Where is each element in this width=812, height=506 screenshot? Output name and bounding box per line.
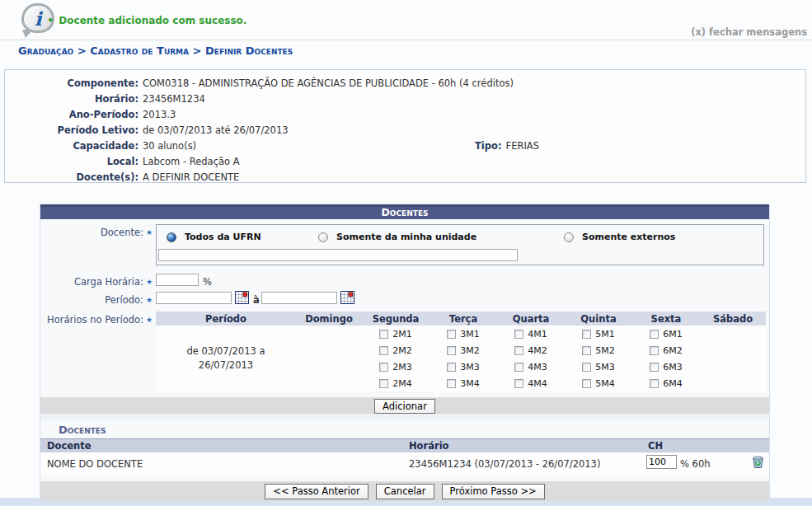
col-header-horario: Horário	[409, 440, 448, 452]
slot-cell: 6M2	[632, 342, 700, 358]
proximo-passo-button[interactable]: Próximo Passo >>	[442, 484, 545, 499]
slot-label: 4M3	[528, 362, 547, 372]
slot-checkbox[interactable]	[447, 363, 456, 372]
info-row-capacidade: Capacidade:30 aluno(s) Tipo:FERIAS	[5, 138, 805, 154]
slot-checkbox[interactable]	[650, 330, 659, 339]
slot-cell: 3M4	[429, 375, 497, 391]
radio-somente-externos[interactable]: Somente externos	[564, 232, 675, 242]
radio-button-icon[interactable]	[318, 232, 328, 242]
slot-checkbox[interactable]	[650, 379, 659, 388]
slot-checkbox[interactable]	[514, 346, 523, 355]
ch-suffix: % 60h	[680, 458, 711, 470]
periodo-to-input[interactable]	[261, 292, 337, 304]
cancelar-button[interactable]: Cancelar	[376, 484, 434, 499]
breadcrumb: Graduação > Cadastro de Turma > Definir …	[18, 45, 293, 57]
slot-checkbox[interactable]	[447, 330, 456, 339]
slot-checkbox[interactable]	[582, 363, 591, 372]
close-messages-link[interactable]: (x) fechar mensagens	[691, 26, 807, 38]
slot-cell: 5M4	[565, 375, 632, 391]
slot-cell: 6M4	[632, 375, 700, 391]
field-value: 23456M1234	[143, 93, 205, 105]
schedule-header-row: Período Domingo Segunda Terça Quarta Qui…	[156, 312, 766, 326]
carga-horaria-input[interactable]	[156, 274, 199, 286]
slot-cell: 2M3	[362, 358, 429, 375]
divider	[0, 40, 812, 40]
docentes-form: Docentes Docente:★ Todos da UFRN Somente…	[40, 204, 770, 501]
adicionar-bar: Adicionar	[40, 397, 769, 414]
docente-name: NOME DO DOCENTE	[47, 458, 143, 470]
bullet-icon: •	[47, 14, 54, 26]
slot-checkbox[interactable]	[379, 379, 388, 388]
col-header: Domingo	[296, 312, 362, 326]
required-star-icon: ★	[146, 278, 153, 286]
slot-checkbox[interactable]	[379, 346, 388, 355]
slot-label: 6M2	[663, 345, 683, 356]
slot-label: 6M4	[663, 378, 683, 389]
field-label: Período Letivo:	[5, 123, 138, 138]
slot-checkbox[interactable]	[582, 379, 591, 388]
adicionar-button[interactable]: Adicionar	[374, 399, 435, 414]
success-message-text: Docente adicionado com sucesso.	[59, 15, 246, 26]
bottom-button-bar: << Passo Anterior Cancelar Próximo Passo…	[40, 481, 769, 501]
required-star-icon: ★	[146, 316, 153, 324]
slot-cell: 2M4	[362, 375, 429, 391]
calendar-icon[interactable]	[340, 291, 354, 307]
slot-label: 3M1	[460, 329, 480, 340]
slot-label: 4M1	[528, 329, 547, 340]
field-label: Local:	[5, 154, 138, 170]
docente-fieldset: Todos da UFRN Somente da minha unidade S…	[156, 224, 764, 265]
info-row-docentes: Docente(s):A DEFINIR DOCENTE	[5, 170, 805, 185]
calendar-icon[interactable]	[235, 291, 249, 307]
col-header-ch: CH	[648, 440, 663, 452]
remove-docente-trash-icon[interactable]	[751, 455, 765, 469]
docente-search-input[interactable]	[158, 249, 518, 261]
slot-checkbox[interactable]	[582, 330, 591, 339]
form-body: Docente:★ Todos da UFRN Somente da minha…	[40, 219, 769, 501]
info-row-periodo-letivo: Período Letivo:de 03/07/2013 até 26/07/2…	[5, 123, 805, 138]
slot-label: 2M1	[392, 329, 412, 340]
docente-table-row: NOME DO DOCENTE 23456M1234 (03/07/2013 -…	[40, 452, 769, 474]
radio-label[interactable]: Todos da UFRN	[185, 232, 261, 242]
form-title: Docentes	[40, 204, 769, 219]
slot-checkbox[interactable]	[447, 379, 456, 388]
radio-todos-ufrn[interactable]: Todos da UFRN	[167, 232, 261, 242]
slot-label: 6M1	[663, 329, 683, 340]
slot-cell: 4M4	[497, 375, 565, 391]
slot-checkbox[interactable]	[650, 346, 659, 355]
slot-cell: 6M3	[632, 358, 700, 375]
periodo-separator: à	[253, 294, 260, 306]
info-row-ano-periodo: Ano-Período:2013.3	[5, 107, 805, 123]
slot-cell: 5M3	[565, 358, 632, 375]
radio-label[interactable]: Somente externos	[582, 232, 675, 242]
slot-cell: 2M1	[362, 326, 429, 342]
field-label: Capacidade:	[5, 138, 138, 154]
slot-checkbox[interactable]	[514, 363, 523, 372]
slot-checkbox[interactable]	[379, 363, 388, 372]
slot-label: 5M3	[595, 362, 615, 372]
slot-checkbox[interactable]	[379, 330, 388, 339]
schedule-table: Período Domingo Segunda Terça Quarta Qui…	[156, 312, 766, 391]
passo-anterior-button[interactable]: << Passo Anterior	[265, 484, 368, 499]
domingo-empty-cell	[296, 326, 362, 391]
docente-label: Docente:★	[40, 227, 153, 238]
slot-label: 6M3	[663, 362, 683, 372]
ch-input[interactable]	[646, 455, 677, 469]
periodo-from-input[interactable]	[156, 292, 232, 304]
slot-checkbox[interactable]	[514, 330, 523, 339]
radio-somente-unidade[interactable]: Somente da minha unidade	[318, 232, 476, 242]
radio-button-icon[interactable]	[564, 232, 574, 242]
slot-checkbox[interactable]	[514, 379, 523, 388]
slot-checkbox[interactable]	[447, 346, 456, 355]
slot-checkbox[interactable]	[650, 363, 659, 372]
carga-horaria-label: Carga Horária:★	[40, 276, 153, 288]
radio-label[interactable]: Somente da minha unidade	[336, 232, 476, 242]
period-range: de 03/07/2013 a 26/07/2013	[156, 326, 296, 391]
radio-button-icon[interactable]	[167, 232, 176, 242]
slot-label: 5M4	[595, 378, 615, 389]
docentes-section-title: Docentes	[59, 424, 106, 436]
slot-cell: 2M2	[362, 342, 429, 358]
breadcrumb-link[interactable]: Graduação > Cadastro de Turma > Definir …	[18, 45, 293, 57]
success-message: •Docente adicionado com sucesso.	[47, 14, 246, 26]
slot-label: 3M3	[460, 362, 480, 372]
slot-checkbox[interactable]	[582, 346, 591, 355]
